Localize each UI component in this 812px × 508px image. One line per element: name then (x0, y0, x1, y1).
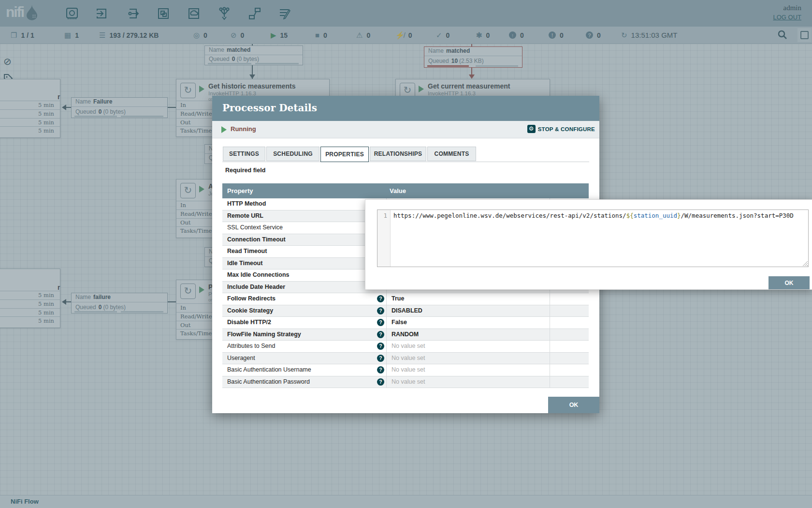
help-icon[interactable]: ? (377, 319, 384, 326)
value-column-header: Value (390, 187, 406, 194)
properties-table-header: Property Value (222, 183, 589, 198)
tab-scheduling[interactable]: SCHEDULING (266, 147, 319, 161)
table-row: Useragent?No value set (222, 353, 589, 365)
stop-configure-icon: ⚙ (527, 125, 536, 133)
table-row: Attributes to Send?No value set (222, 341, 589, 353)
table-row: Disable HTTP/2?False (222, 317, 589, 329)
dialog-status-row: Running ⚙ STOP & CONFIGURE (212, 121, 599, 138)
help-icon[interactable]: ? (377, 378, 384, 386)
table-row: Basic Authentication Username?No value s… (222, 364, 589, 376)
required-field-note: Required field (225, 167, 265, 174)
tab-relationships[interactable]: RELATIONSHIPS (370, 147, 426, 161)
code-editor[interactable]: 1 https://www.pegelonline.wsv.de/webserv… (377, 209, 809, 267)
help-icon[interactable]: ? (377, 295, 384, 302)
tab-properties[interactable]: PROPERTIES (320, 147, 369, 162)
tab-settings[interactable]: SETTINGS (223, 147, 265, 161)
table-row: Follow Redirects?True (222, 293, 589, 305)
remote-url-value[interactable]: https://www.pegelonline.wsv.de/webservic… (393, 212, 805, 219)
el-close: } (677, 212, 681, 219)
help-icon[interactable]: ? (377, 343, 384, 350)
line-number-gutter: 1 (377, 210, 391, 267)
property-value-editor: 1 https://www.pegelonline.wsv.de/webserv… (365, 199, 812, 290)
running-icon (221, 126, 227, 133)
stop-and-configure-button[interactable]: ⚙ STOP & CONFIGURE (527, 125, 595, 133)
table-row: FlowFile Naming Strategy?RANDOM (222, 329, 589, 341)
dialog-header: Processor Details (212, 96, 599, 121)
dialog-title: Processor Details (222, 102, 317, 114)
resize-handle[interactable] (802, 261, 808, 266)
help-icon[interactable]: ? (377, 307, 384, 314)
help-icon[interactable]: ? (377, 366, 384, 374)
dialog-tabs: SETTINGS SCHEDULING PROPERTIES RELATIONS… (222, 147, 589, 162)
running-state: Running (231, 125, 256, 133)
el-open: ${ (626, 212, 634, 219)
dialog-ok-button[interactable]: OK (548, 397, 599, 413)
tab-comments[interactable]: COMMENTS (427, 147, 476, 161)
table-row: Cookie Strategy?DISABLED (222, 305, 589, 317)
nifi-app: ⊘ r In5 min Read/Write5 min Out5 min Tas… (0, 0, 812, 508)
editor-ok-button[interactable]: OK (768, 276, 810, 289)
table-row: Basic Authentication Password?No value s… (222, 376, 589, 388)
el-variable: station_uuid (634, 212, 677, 219)
help-icon[interactable]: ? (377, 355, 384, 362)
help-icon[interactable]: ? (377, 331, 384, 338)
property-column-header: Property (227, 187, 253, 194)
